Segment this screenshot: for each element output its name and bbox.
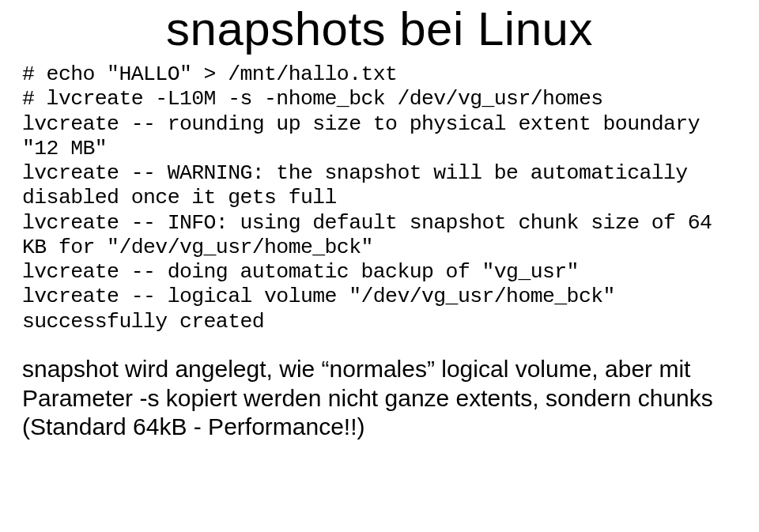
page-title: snapshots bei Linux [22,2,737,56]
document-page: snapshots bei Linux # echo "HALLO" > /mn… [0,2,759,442]
notes-paragraph: snapshot wird angelegt, wie “normales” l… [22,355,737,442]
code-block: # echo "HALLO" > /mnt/hallo.txt # lvcrea… [22,62,737,334]
